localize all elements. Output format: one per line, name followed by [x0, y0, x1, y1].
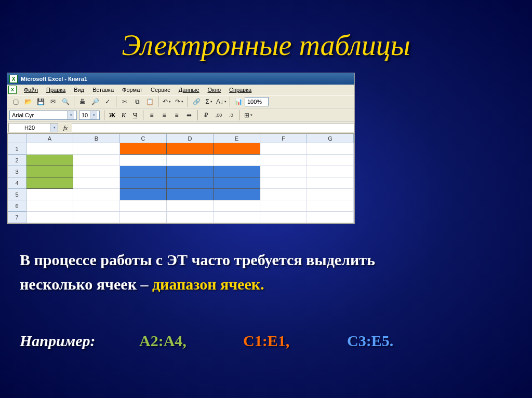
cell-A4[interactable]	[26, 177, 73, 189]
name-box[interactable]: H20 ▾	[8, 123, 58, 132]
cell-F2[interactable]	[260, 155, 307, 166]
print-icon[interactable]: 🖶	[77, 96, 88, 107]
zoom-combo[interactable]: 100%	[245, 97, 269, 106]
cell-D3[interactable]	[167, 166, 214, 177]
mail-icon[interactable]: ✉	[47, 96, 59, 107]
menu-file[interactable]: Файл	[20, 86, 42, 94]
autosum-icon[interactable]: Σ	[203, 96, 215, 107]
menu-tools[interactable]: Сервис	[147, 86, 175, 94]
align-center-icon[interactable]: ≡	[158, 109, 170, 121]
row-header[interactable]: 1	[8, 143, 26, 155]
menu-view[interactable]: Вид	[70, 86, 88, 94]
cell-G5[interactable]	[307, 189, 354, 200]
underline-button[interactable]: Ч	[129, 109, 141, 121]
increase-decimal-icon[interactable]: ,00	[213, 109, 224, 121]
cell-A5[interactable]	[26, 189, 73, 200]
menu-data[interactable]: Данные	[175, 86, 204, 94]
cell-B4[interactable]	[73, 177, 120, 189]
menu-help[interactable]: Справка	[225, 86, 256, 94]
cell-G7[interactable]	[307, 212, 354, 223]
cell-E5[interactable]	[214, 189, 260, 200]
menu-insert[interactable]: Вставка	[88, 86, 118, 94]
cell-F5[interactable]	[260, 189, 307, 200]
col-header[interactable]: A	[26, 134, 73, 143]
cell-B6[interactable]	[73, 200, 120, 212]
align-right-icon[interactable]: ≡	[171, 109, 182, 121]
formula-input[interactable]	[72, 123, 354, 132]
redo-icon[interactable]: ↷	[174, 96, 185, 107]
row-header[interactable]: 7	[8, 212, 26, 223]
cell-A2[interactable]	[26, 155, 73, 166]
cell-G3[interactable]	[307, 166, 354, 177]
open-icon[interactable]: 📂	[22, 96, 34, 107]
copy-icon[interactable]: ⧉	[131, 96, 143, 107]
cell-F4[interactable]	[260, 177, 307, 189]
cell-D5[interactable]	[167, 189, 214, 200]
cell-C3[interactable]	[120, 166, 167, 177]
sort-asc-icon[interactable]: A↓	[216, 96, 227, 107]
cell-B1[interactable]	[73, 143, 120, 155]
row-header[interactable]: 6	[8, 200, 26, 212]
cell-C1[interactable]	[120, 143, 167, 155]
cell-B3[interactable]	[73, 166, 120, 177]
cell-A1[interactable]	[26, 143, 73, 155]
font-name-combo[interactable]: Arial Cyr ▾	[9, 111, 77, 120]
row-header[interactable]: 2	[8, 155, 26, 166]
hyperlink-icon[interactable]: 🔗	[191, 96, 202, 107]
print-preview-icon[interactable]: 🔎	[89, 96, 101, 107]
cell-D1[interactable]	[167, 143, 214, 155]
cell-F1[interactable]	[260, 143, 307, 155]
cell-E4[interactable]	[214, 177, 260, 189]
cell-D4[interactable]	[167, 177, 214, 189]
col-header[interactable]: E	[214, 134, 260, 143]
cell-G2[interactable]	[307, 155, 354, 166]
chart-wizard-icon[interactable]: 📊	[233, 96, 244, 107]
font-size-combo[interactable]: 10 ▾	[79, 111, 100, 120]
col-header[interactable]: G	[307, 134, 354, 143]
align-left-icon[interactable]: ≡	[146, 109, 157, 121]
cell-E3[interactable]	[214, 166, 260, 177]
cell-C4[interactable]	[120, 177, 167, 189]
menu-window[interactable]: Окно	[204, 86, 225, 94]
col-header[interactable]: F	[260, 134, 307, 143]
decrease-decimal-icon[interactable]: ,0	[225, 109, 237, 121]
italic-button[interactable]: К	[118, 109, 129, 121]
cut-icon[interactable]: ✂	[119, 96, 130, 107]
col-header[interactable]: D	[167, 134, 214, 143]
paste-icon[interactable]: 📋	[144, 96, 155, 107]
cell-C7[interactable]	[120, 212, 167, 223]
cell-G1[interactable]	[307, 143, 354, 155]
row-header[interactable]: 4	[8, 177, 26, 189]
search-icon[interactable]: 🔍	[60, 96, 71, 107]
cell-F7[interactable]	[260, 212, 307, 223]
col-header[interactable]: B	[73, 134, 120, 143]
borders-icon[interactable]: ⊞	[243, 109, 254, 121]
row-header[interactable]: 3	[8, 166, 26, 177]
spellcheck-icon[interactable]: ✓	[102, 96, 113, 107]
fx-label[interactable]: fx	[59, 125, 72, 131]
cell-E7[interactable]	[214, 212, 260, 223]
cell-E6[interactable]	[214, 200, 260, 212]
cell-D6[interactable]	[167, 200, 214, 212]
currency-icon[interactable]: ₽	[201, 109, 212, 121]
menu-edit[interactable]: Правка	[42, 86, 70, 94]
cell-A7[interactable]	[26, 212, 73, 223]
cell-C2[interactable]	[120, 155, 167, 166]
cell-D2[interactable]	[167, 155, 214, 166]
cell-A6[interactable]	[26, 200, 73, 212]
cell-C6[interactable]	[120, 200, 167, 212]
cell-F3[interactable]	[260, 166, 307, 177]
merge-center-icon[interactable]: ⬌	[183, 109, 195, 121]
col-header[interactable]: C	[120, 134, 167, 143]
cell-E1[interactable]	[214, 143, 260, 155]
select-all-corner[interactable]	[8, 134, 26, 143]
row-header[interactable]: 5	[8, 189, 26, 200]
undo-icon[interactable]: ↶	[161, 96, 172, 107]
save-icon[interactable]: 💾	[35, 96, 46, 107]
menu-format[interactable]: Формат	[118, 86, 147, 94]
new-doc-icon[interactable]: ▢	[10, 96, 21, 107]
cell-A3[interactable]	[26, 166, 73, 177]
cell-E2[interactable]	[214, 155, 260, 166]
cell-D7[interactable]	[167, 212, 214, 223]
cell-B5[interactable]	[73, 189, 120, 200]
